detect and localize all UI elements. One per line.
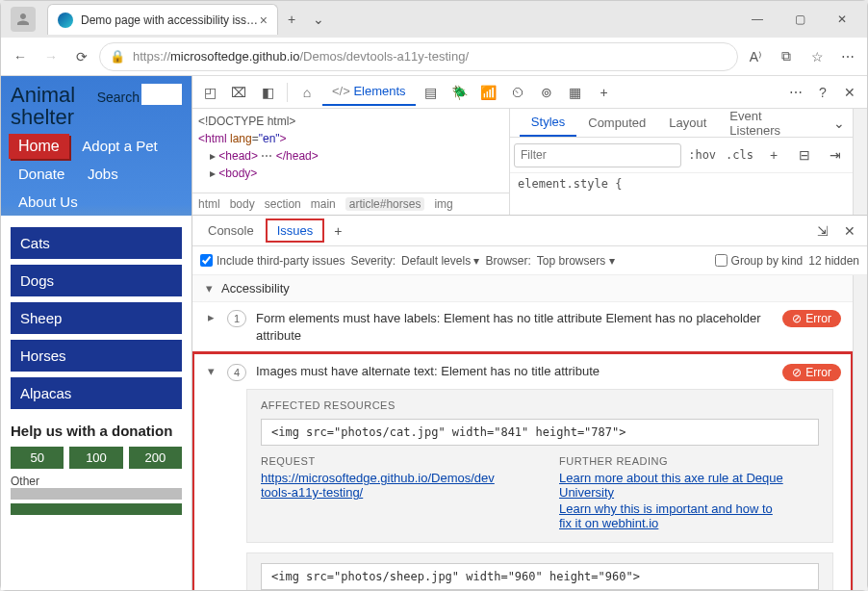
category-alpacas[interactable]: Alpacas bbox=[11, 377, 182, 409]
dom-breadcrumbs[interactable]: html body section main article#horses im… bbox=[192, 193, 509, 215]
styles-scrollbar[interactable] bbox=[853, 109, 867, 215]
devtools-close-icon[interactable]: ✕ bbox=[836, 79, 863, 106]
favorite-icon[interactable]: ☆ bbox=[804, 43, 830, 70]
donate-other-bar[interactable] bbox=[11, 488, 182, 500]
issue-text: Form elements must have labels: Element … bbox=[256, 310, 773, 345]
hov-toggle[interactable]: :hov bbox=[685, 146, 719, 164]
tab-layout[interactable]: Layout bbox=[657, 116, 718, 130]
category-horses[interactable]: Horses bbox=[11, 340, 182, 372]
chevron-right-icon[interactable]: ▸ bbox=[204, 310, 217, 324]
collections-icon[interactable]: ⧉ bbox=[773, 43, 800, 70]
nav-jobs[interactable]: Jobs bbox=[78, 160, 128, 188]
window-close[interactable]: ✕ bbox=[821, 5, 863, 34]
category-dogs[interactable]: Dogs bbox=[11, 265, 182, 296]
styles-filter[interactable] bbox=[514, 143, 681, 167]
devtools-toolbar: ◰ ⌧ ◧ ⌂ </> Elements ▤ 🪲 📶 ⏲ ⊚ ▦ + ⋯ ? ✕ bbox=[192, 76, 867, 109]
main-nav: Home Adopt a Pet Donate Jobs About Us bbox=[1, 132, 191, 216]
style-rule[interactable]: element.style { bbox=[510, 173, 853, 194]
hidden-count[interactable]: 12 hidden bbox=[808, 254, 859, 268]
styles-overflow-icon[interactable]: ⌄ bbox=[826, 110, 853, 137]
network-icon[interactable]: 📶 bbox=[475, 79, 502, 106]
drawer-tab-issues[interactable]: Issues bbox=[266, 218, 325, 243]
donate-50[interactable]: 50 bbox=[11, 447, 64, 469]
help-icon[interactable]: ? bbox=[809, 79, 836, 106]
tab-computed[interactable]: Computed bbox=[576, 116, 657, 130]
back-button[interactable]: ← bbox=[7, 43, 34, 70]
url-scheme: https:// bbox=[133, 49, 170, 64]
tab-close-icon[interactable]: × bbox=[260, 13, 268, 28]
issue-row[interactable]: ▾ 4 Images must have alternate text: Ele… bbox=[192, 356, 853, 389]
cls-toggle[interactable]: .cls bbox=[723, 146, 756, 164]
affected-code[interactable]: <img src="photos/cat.jpg" width="841" he… bbox=[261, 419, 819, 446]
drawer-dock-icon[interactable]: ⇲ bbox=[809, 218, 836, 244]
welcome-icon[interactable]: ⌂ bbox=[294, 79, 320, 106]
computed-toggle-icon[interactable]: ⇥ bbox=[822, 141, 849, 168]
toggle-panel-icon[interactable]: ◧ bbox=[254, 79, 281, 106]
read-aloud-icon[interactable]: A⁾ bbox=[742, 43, 769, 70]
page-content: Animal shelter Search Home Adopt a Pet D… bbox=[1, 76, 191, 590]
donate-100[interactable]: 100 bbox=[69, 447, 122, 469]
donate-other-label: Other bbox=[11, 475, 182, 488]
performance-icon[interactable]: ⏲ bbox=[504, 79, 531, 106]
tab-styles[interactable]: Styles bbox=[520, 109, 576, 137]
new-rule-icon[interactable]: + bbox=[760, 141, 787, 168]
window-maximize[interactable]: ▢ bbox=[779, 5, 821, 34]
issue-row[interactable]: ▸ 1 Form elements must have labels: Elem… bbox=[192, 302, 853, 352]
devtools-panel: ◰ ⌧ ◧ ⌂ </> Elements ▤ 🪲 📶 ⏲ ⊚ ▦ + ⋯ ? ✕ bbox=[191, 76, 867, 590]
nav-adopt[interactable]: Adopt a Pet bbox=[72, 132, 166, 160]
ruler-icon[interactable]: ⊟ bbox=[791, 141, 818, 168]
more-tools-icon[interactable]: ⋯ bbox=[782, 79, 809, 106]
include-3p-checkbox[interactable]: Include third-party issues bbox=[200, 254, 345, 268]
group-by-kind[interactable]: Group by kind bbox=[715, 254, 804, 268]
search-label: Search bbox=[97, 90, 140, 105]
further-reading-heading: FURTHER READING bbox=[559, 455, 819, 467]
dom-line: ▸ <body> bbox=[198, 165, 503, 182]
sources-icon[interactable]: 🪲 bbox=[447, 79, 473, 106]
devtools-drawer: Console Issues + ⇲ ✕ Include third-party… bbox=[192, 215, 867, 590]
browser-tab[interactable]: Demo page with accessibility iss… × bbox=[47, 4, 278, 35]
tab-overflow-button[interactable]: ⌄ bbox=[305, 6, 332, 33]
donation-heading: Help us with a donation bbox=[11, 423, 182, 439]
further-link-axe[interactable]: Learn more about this axe rule at Deque … bbox=[559, 471, 819, 500]
nav-about[interactable]: About Us bbox=[9, 188, 88, 216]
new-tab-button[interactable]: + bbox=[278, 6, 305, 33]
nav-home[interactable]: Home bbox=[9, 134, 69, 159]
chevron-down-icon[interactable]: ▾ bbox=[204, 364, 217, 378]
issues-section-accessibility[interactable]: ▾ Accessibility bbox=[192, 275, 853, 302]
affected-resources-label: AFFECTED RESOURCES bbox=[261, 399, 819, 411]
drawer-tab-console[interactable]: Console bbox=[196, 218, 266, 243]
drawer-close-icon[interactable]: ✕ bbox=[836, 218, 863, 244]
request-link[interactable]: https://microsoftedge.github.io/Demos/de… bbox=[261, 471, 521, 500]
url-field[interactable]: 🔒 https:// microsoftedge.github.io /Demo… bbox=[99, 42, 738, 71]
window-minimize[interactable]: — bbox=[736, 5, 779, 34]
drawer-scrollbar[interactable] bbox=[853, 275, 867, 590]
category-sheep[interactable]: Sheep bbox=[11, 302, 182, 334]
highlighted-issue: ▾ 4 Images must have alternate text: Ele… bbox=[192, 352, 853, 590]
application-icon[interactable]: ▦ bbox=[562, 79, 589, 106]
further-link-webhint[interactable]: Learn why this is important and how to f… bbox=[559, 501, 819, 530]
nav-donate[interactable]: Donate bbox=[9, 160, 74, 188]
request-heading: REQUEST bbox=[261, 455, 521, 467]
more-tabs-icon[interactable]: + bbox=[591, 79, 618, 106]
dom-tree[interactable]: <!DOCTYPE html> <html lang="en"> ▸ <head… bbox=[192, 109, 510, 215]
donate-submit-bar[interactable] bbox=[11, 503, 182, 515]
settings-menu-icon[interactable]: ⋯ bbox=[834, 43, 861, 70]
drawer-add-tab[interactable]: + bbox=[324, 218, 351, 244]
inspect-icon[interactable]: ◰ bbox=[196, 79, 223, 106]
device-icon[interactable]: ⌧ bbox=[225, 79, 252, 106]
chevron-down-icon[interactable]: ▾ bbox=[202, 281, 216, 296]
severity-select[interactable]: Default levels ▾ bbox=[401, 254, 479, 268]
search-input[interactable] bbox=[141, 84, 182, 105]
browser-select[interactable]: Top browsers ▾ bbox=[537, 254, 615, 268]
memory-icon[interactable]: ⊚ bbox=[533, 79, 560, 106]
console-icon[interactable]: ▤ bbox=[418, 79, 445, 106]
donate-200[interactable]: 200 bbox=[129, 447, 182, 469]
dom-line: <!DOCTYPE html> bbox=[198, 113, 503, 130]
tab-elements[interactable]: </> Elements bbox=[322, 78, 416, 106]
refresh-button[interactable]: ⟳ bbox=[68, 43, 95, 70]
window-titlebar: Demo page with accessibility iss… × + ⌄ … bbox=[1, 1, 867, 38]
category-cats[interactable]: Cats bbox=[11, 227, 182, 259]
affected-code[interactable]: <img src="photos/sheep.jpg" width="960" … bbox=[261, 563, 819, 590]
profile-avatar[interactable] bbox=[11, 7, 36, 32]
tab-event-listeners[interactable]: Event Listeners bbox=[718, 109, 826, 138]
